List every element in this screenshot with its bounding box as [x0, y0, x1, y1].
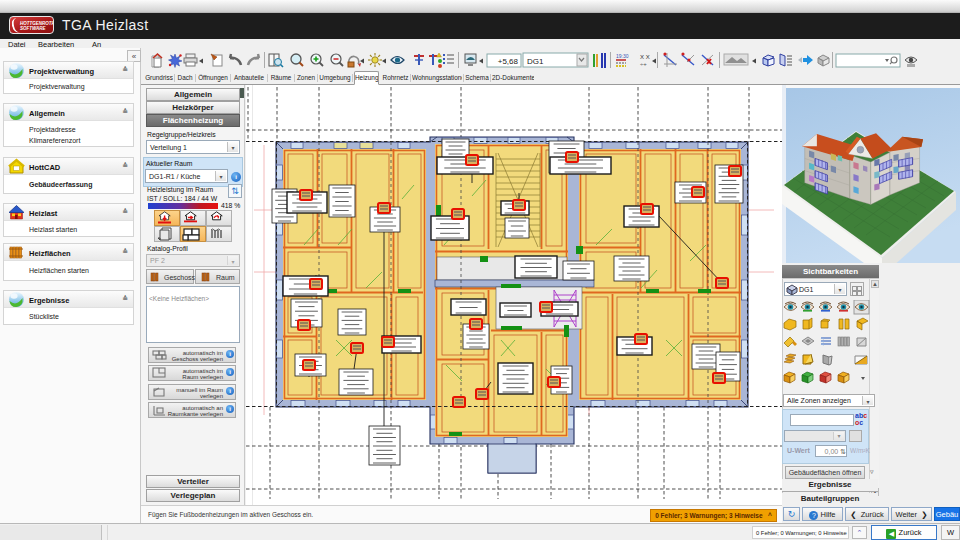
svg-text:+5,68: +5,68	[498, 57, 519, 66]
svg-text:÷+: ÷+	[640, 61, 647, 67]
svg-text:DG1: DG1	[527, 57, 544, 66]
svg-text:19:30: 19:30	[616, 53, 629, 59]
svg-text:X X: X X	[640, 54, 650, 60]
